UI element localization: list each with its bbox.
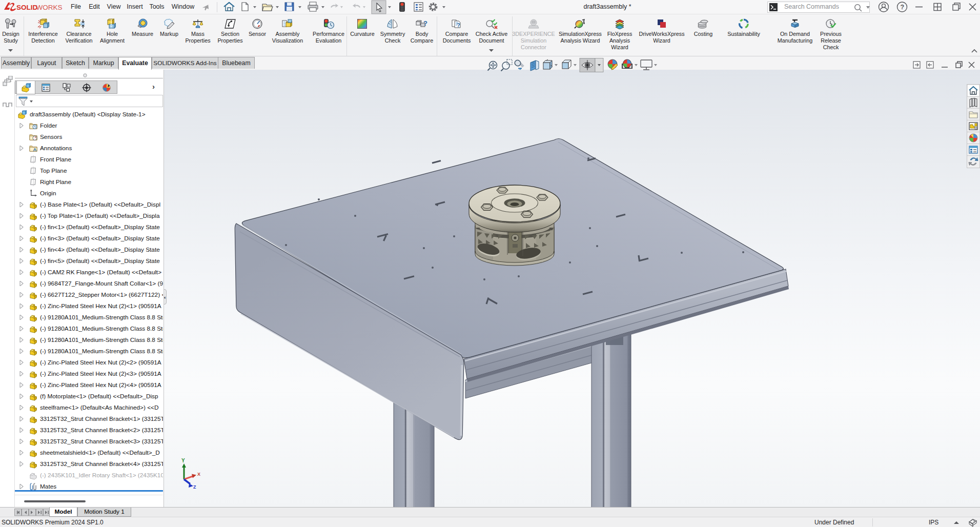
svg-text:?: ? [423, 19, 427, 27]
svg-text:?: ? [457, 22, 460, 28]
svg-text:Z: Z [193, 484, 196, 490]
svg-text:Y: Y [181, 458, 185, 463]
svg-text:?: ? [901, 4, 905, 11]
svg-text:X: X [197, 472, 200, 477]
